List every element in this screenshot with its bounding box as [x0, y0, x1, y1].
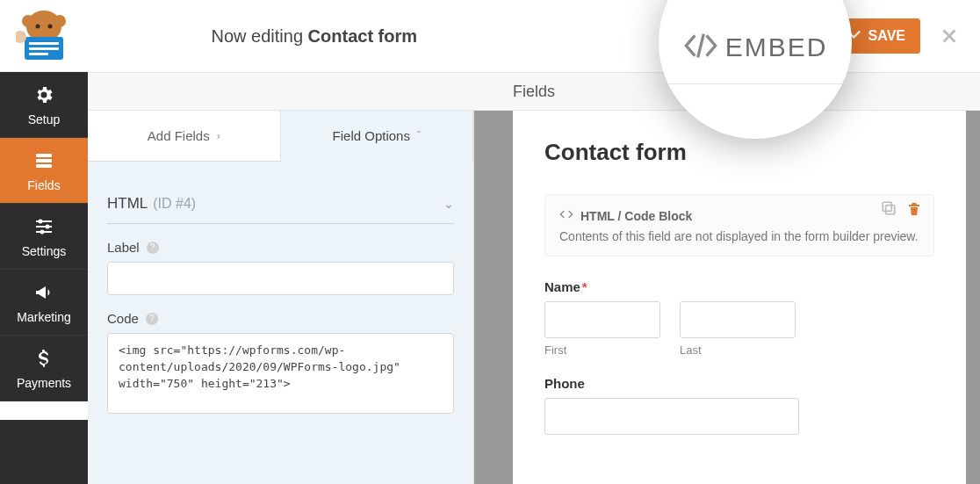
svg-rect-12: [36, 164, 52, 168]
embed-button[interactable]: EMBED: [683, 28, 828, 67]
phone-label: Phone: [544, 376, 934, 391]
svg-point-14: [39, 220, 43, 224]
list-icon: [33, 150, 54, 171]
magnifier-divider: [659, 83, 852, 84]
sidebar-fill: [0, 420, 88, 484]
name-label: Name*: [544, 279, 934, 294]
panel: Add Fields › Field Options ˇ HTML (ID #4…: [88, 111, 474, 484]
svg-rect-8: [29, 53, 48, 55]
close-button[interactable]: [940, 26, 959, 46]
chevron-right-icon: ›: [217, 130, 220, 142]
svg-point-18: [40, 230, 45, 235]
nav-marketing[interactable]: Marketing: [0, 270, 88, 336]
tab-field-options[interactable]: Field Options ˇ: [281, 111, 474, 162]
svg-rect-7: [29, 47, 59, 50]
accordion-title: HTML: [107, 195, 148, 213]
label-input[interactable]: [107, 262, 454, 295]
code-field-label: Code: [107, 311, 139, 326]
now-editing-prefix: Now editing: [212, 26, 304, 46]
trash-icon[interactable]: [907, 201, 921, 215]
nav-label: Marketing: [17, 310, 70, 324]
code-icon: [559, 207, 573, 224]
preview-body: Contact form HTML / Code Block Contents …: [513, 111, 966, 484]
tab-label: Add Fields: [148, 128, 210, 143]
svg-rect-11: [36, 159, 52, 163]
html-block-desc: Contents of this field are not displayed…: [559, 229, 919, 243]
chevron-down-icon: ⌄: [443, 197, 454, 211]
nav-label: Settings: [22, 244, 67, 258]
chevron-down-icon: ˇ: [417, 130, 421, 142]
dollar-icon: [33, 348, 54, 369]
last-sublabel: Last: [680, 343, 796, 357]
nav-label: Fields: [27, 178, 60, 192]
svg-point-2: [54, 15, 66, 27]
subbar: Fields: [88, 72, 980, 111]
nav-payments[interactable]: Payments: [0, 336, 88, 401]
code-icon: [683, 28, 718, 67]
embed-label: EMBED: [725, 33, 828, 62]
megaphone-icon: [33, 282, 54, 303]
nav-label: Setup: [28, 112, 61, 126]
gear-icon: [33, 84, 54, 105]
phone-input[interactable]: [544, 398, 799, 435]
nav-setup[interactable]: Setup: [0, 72, 88, 138]
svg-rect-19: [883, 202, 891, 211]
help-icon[interactable]: ?: [147, 242, 159, 254]
preview-title[interactable]: Contact form: [544, 139, 934, 166]
preview-pane: Contact form HTML / Code Block Contents …: [474, 111, 980, 484]
svg-rect-20: [886, 206, 895, 214]
accordion-meta: (ID #4): [153, 196, 196, 212]
svg-point-1: [22, 15, 34, 27]
html-block-header: HTML / Code Block: [580, 209, 692, 223]
panel-tabs: Add Fields › Field Options ˇ: [88, 111, 473, 162]
field-accordion[interactable]: HTML (ID #4) ⌄: [107, 179, 454, 224]
required-asterisk: *: [582, 279, 587, 294]
subbar-title: Fields: [513, 83, 555, 101]
duplicate-icon[interactable]: [881, 200, 897, 216]
nav-label: Payments: [17, 376, 71, 390]
nav-fields[interactable]: Fields: [0, 138, 88, 204]
svg-point-16: [46, 225, 50, 229]
sidebar: Setup Fields Settings Marketing Payments: [0, 0, 88, 484]
save-label: SAVE: [868, 28, 905, 44]
sliders-icon: [33, 216, 54, 237]
tab-add-fields[interactable]: Add Fields ›: [88, 111, 281, 162]
nav-settings[interactable]: Settings: [0, 204, 88, 270]
first-name-input[interactable]: [544, 301, 660, 338]
last-name-input[interactable]: [680, 301, 796, 338]
html-code-block[interactable]: HTML / Code Block Contents of this field…: [544, 194, 934, 256]
first-sublabel: First: [544, 343, 660, 357]
topbar-title: Now editing Contact form: [0, 26, 703, 47]
label-field-label: Label: [107, 240, 140, 255]
code-input[interactable]: [107, 333, 454, 414]
svg-rect-10: [36, 154, 52, 157]
form-name: Contact form: [308, 26, 417, 46]
tab-label: Field Options: [333, 128, 410, 143]
help-icon[interactable]: ?: [146, 313, 158, 325]
